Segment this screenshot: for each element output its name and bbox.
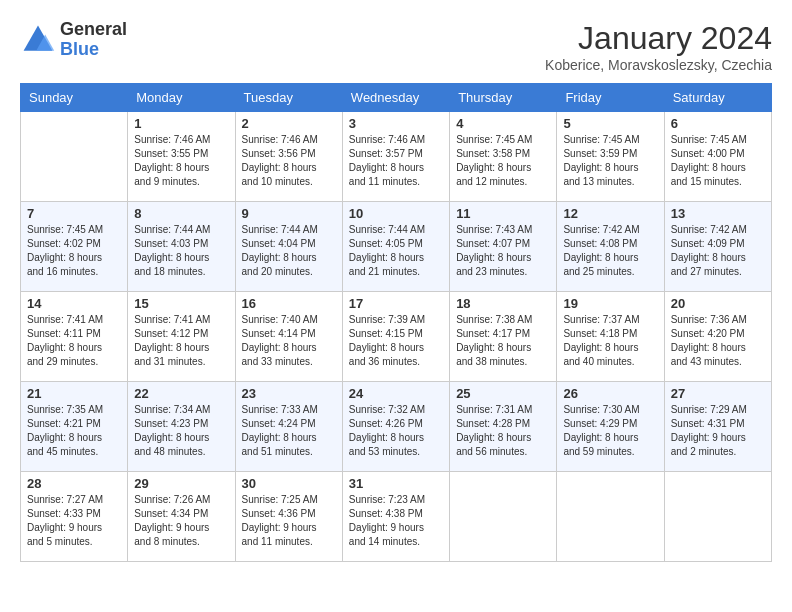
day-number: 13 [671, 206, 765, 221]
day-info: Sunrise: 7:42 AMSunset: 4:09 PMDaylight:… [671, 223, 765, 279]
calendar-cell: 30Sunrise: 7:25 AMSunset: 4:36 PMDayligh… [235, 472, 342, 562]
calendar-cell: 28Sunrise: 7:27 AMSunset: 4:33 PMDayligh… [21, 472, 128, 562]
day-number: 31 [349, 476, 443, 491]
day-info: Sunrise: 7:44 AMSunset: 4:05 PMDaylight:… [349, 223, 443, 279]
weekday-header: Monday [128, 84, 235, 112]
day-number: 8 [134, 206, 228, 221]
day-number: 9 [242, 206, 336, 221]
month-year: January 2024 [545, 20, 772, 57]
day-number: 29 [134, 476, 228, 491]
day-info: Sunrise: 7:46 AMSunset: 3:55 PMDaylight:… [134, 133, 228, 189]
day-number: 14 [27, 296, 121, 311]
calendar-cell: 29Sunrise: 7:26 AMSunset: 4:34 PMDayligh… [128, 472, 235, 562]
day-info: Sunrise: 7:38 AMSunset: 4:17 PMDaylight:… [456, 313, 550, 369]
calendar-cell: 24Sunrise: 7:32 AMSunset: 4:26 PMDayligh… [342, 382, 449, 472]
day-info: Sunrise: 7:40 AMSunset: 4:14 PMDaylight:… [242, 313, 336, 369]
day-info: Sunrise: 7:46 AMSunset: 3:56 PMDaylight:… [242, 133, 336, 189]
calendar-cell: 9Sunrise: 7:44 AMSunset: 4:04 PMDaylight… [235, 202, 342, 292]
calendar-cell: 27Sunrise: 7:29 AMSunset: 4:31 PMDayligh… [664, 382, 771, 472]
calendar-cell: 3Sunrise: 7:46 AMSunset: 3:57 PMDaylight… [342, 112, 449, 202]
page-header: GeneralBlue January 2024 Koberice, Morav… [20, 20, 772, 73]
logo-text: GeneralBlue [60, 20, 127, 60]
calendar-cell: 8Sunrise: 7:44 AMSunset: 4:03 PMDaylight… [128, 202, 235, 292]
day-number: 1 [134, 116, 228, 131]
logo-icon [20, 22, 56, 58]
day-number: 28 [27, 476, 121, 491]
calendar-cell: 2Sunrise: 7:46 AMSunset: 3:56 PMDaylight… [235, 112, 342, 202]
calendar-week-row: 21Sunrise: 7:35 AMSunset: 4:21 PMDayligh… [21, 382, 772, 472]
calendar-header-row: SundayMondayTuesdayWednesdayThursdayFrid… [21, 84, 772, 112]
calendar-cell: 16Sunrise: 7:40 AMSunset: 4:14 PMDayligh… [235, 292, 342, 382]
day-info: Sunrise: 7:44 AMSunset: 4:04 PMDaylight:… [242, 223, 336, 279]
calendar-cell: 10Sunrise: 7:44 AMSunset: 4:05 PMDayligh… [342, 202, 449, 292]
calendar-cell: 13Sunrise: 7:42 AMSunset: 4:09 PMDayligh… [664, 202, 771, 292]
day-number: 7 [27, 206, 121, 221]
day-number: 30 [242, 476, 336, 491]
weekday-header: Thursday [450, 84, 557, 112]
calendar-cell: 26Sunrise: 7:30 AMSunset: 4:29 PMDayligh… [557, 382, 664, 472]
calendar-cell: 19Sunrise: 7:37 AMSunset: 4:18 PMDayligh… [557, 292, 664, 382]
day-info: Sunrise: 7:45 AMSunset: 4:00 PMDaylight:… [671, 133, 765, 189]
day-number: 17 [349, 296, 443, 311]
calendar-cell: 15Sunrise: 7:41 AMSunset: 4:12 PMDayligh… [128, 292, 235, 382]
day-info: Sunrise: 7:45 AMSunset: 3:58 PMDaylight:… [456, 133, 550, 189]
calendar-cell: 12Sunrise: 7:42 AMSunset: 4:08 PMDayligh… [557, 202, 664, 292]
day-number: 11 [456, 206, 550, 221]
day-info: Sunrise: 7:33 AMSunset: 4:24 PMDaylight:… [242, 403, 336, 459]
calendar-cell: 17Sunrise: 7:39 AMSunset: 4:15 PMDayligh… [342, 292, 449, 382]
day-number: 19 [563, 296, 657, 311]
calendar-cell: 31Sunrise: 7:23 AMSunset: 4:38 PMDayligh… [342, 472, 449, 562]
calendar-cell: 22Sunrise: 7:34 AMSunset: 4:23 PMDayligh… [128, 382, 235, 472]
day-info: Sunrise: 7:41 AMSunset: 4:12 PMDaylight:… [134, 313, 228, 369]
weekday-header: Tuesday [235, 84, 342, 112]
calendar-week-row: 1Sunrise: 7:46 AMSunset: 3:55 PMDaylight… [21, 112, 772, 202]
calendar-cell [557, 472, 664, 562]
day-info: Sunrise: 7:36 AMSunset: 4:20 PMDaylight:… [671, 313, 765, 369]
day-info: Sunrise: 7:34 AMSunset: 4:23 PMDaylight:… [134, 403, 228, 459]
calendar-cell: 23Sunrise: 7:33 AMSunset: 4:24 PMDayligh… [235, 382, 342, 472]
day-number: 20 [671, 296, 765, 311]
day-info: Sunrise: 7:42 AMSunset: 4:08 PMDaylight:… [563, 223, 657, 279]
day-number: 2 [242, 116, 336, 131]
calendar-week-row: 7Sunrise: 7:45 AMSunset: 4:02 PMDaylight… [21, 202, 772, 292]
logo: GeneralBlue [20, 20, 127, 60]
day-info: Sunrise: 7:29 AMSunset: 4:31 PMDaylight:… [671, 403, 765, 459]
day-info: Sunrise: 7:30 AMSunset: 4:29 PMDaylight:… [563, 403, 657, 459]
day-number: 15 [134, 296, 228, 311]
weekday-header: Friday [557, 84, 664, 112]
weekday-header: Sunday [21, 84, 128, 112]
day-number: 16 [242, 296, 336, 311]
location: Koberice, Moravskoslezsky, Czechia [545, 57, 772, 73]
weekday-header: Wednesday [342, 84, 449, 112]
day-info: Sunrise: 7:46 AMSunset: 3:57 PMDaylight:… [349, 133, 443, 189]
calendar-cell: 7Sunrise: 7:45 AMSunset: 4:02 PMDaylight… [21, 202, 128, 292]
day-info: Sunrise: 7:23 AMSunset: 4:38 PMDaylight:… [349, 493, 443, 549]
day-info: Sunrise: 7:27 AMSunset: 4:33 PMDaylight:… [27, 493, 121, 549]
day-info: Sunrise: 7:35 AMSunset: 4:21 PMDaylight:… [27, 403, 121, 459]
calendar-cell [21, 112, 128, 202]
calendar-cell [664, 472, 771, 562]
day-number: 21 [27, 386, 121, 401]
day-number: 27 [671, 386, 765, 401]
weekday-header: Saturday [664, 84, 771, 112]
day-info: Sunrise: 7:41 AMSunset: 4:11 PMDaylight:… [27, 313, 121, 369]
calendar-cell: 18Sunrise: 7:38 AMSunset: 4:17 PMDayligh… [450, 292, 557, 382]
day-info: Sunrise: 7:26 AMSunset: 4:34 PMDaylight:… [134, 493, 228, 549]
day-number: 23 [242, 386, 336, 401]
day-number: 6 [671, 116, 765, 131]
day-number: 25 [456, 386, 550, 401]
day-info: Sunrise: 7:39 AMSunset: 4:15 PMDaylight:… [349, 313, 443, 369]
calendar-cell: 21Sunrise: 7:35 AMSunset: 4:21 PMDayligh… [21, 382, 128, 472]
day-info: Sunrise: 7:45 AMSunset: 4:02 PMDaylight:… [27, 223, 121, 279]
day-info: Sunrise: 7:44 AMSunset: 4:03 PMDaylight:… [134, 223, 228, 279]
day-number: 24 [349, 386, 443, 401]
calendar-cell: 25Sunrise: 7:31 AMSunset: 4:28 PMDayligh… [450, 382, 557, 472]
day-info: Sunrise: 7:37 AMSunset: 4:18 PMDaylight:… [563, 313, 657, 369]
day-number: 10 [349, 206, 443, 221]
calendar-table: SundayMondayTuesdayWednesdayThursdayFrid… [20, 83, 772, 562]
day-number: 5 [563, 116, 657, 131]
day-info: Sunrise: 7:32 AMSunset: 4:26 PMDaylight:… [349, 403, 443, 459]
day-info: Sunrise: 7:25 AMSunset: 4:36 PMDaylight:… [242, 493, 336, 549]
day-number: 26 [563, 386, 657, 401]
day-number: 4 [456, 116, 550, 131]
